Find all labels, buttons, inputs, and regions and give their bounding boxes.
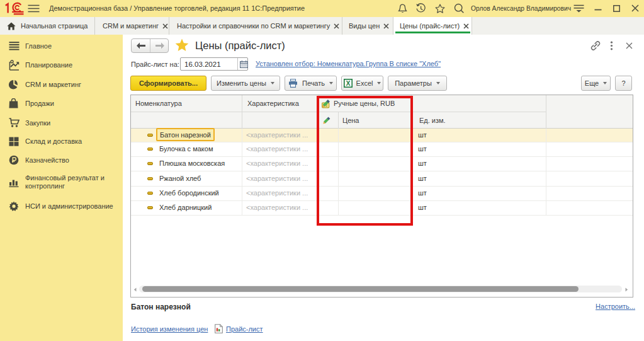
svg-text:X: X — [346, 79, 350, 87]
